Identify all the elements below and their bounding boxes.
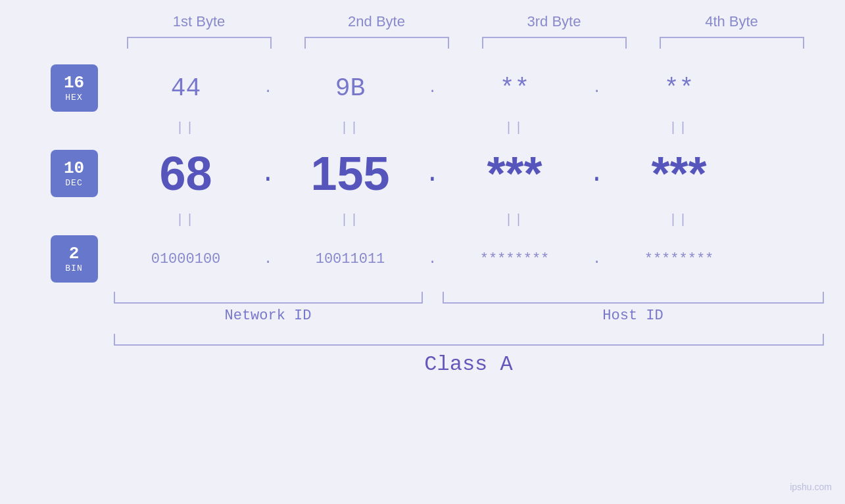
bin-badge-label: BIN <box>65 263 82 273</box>
eq2-cell-2: || <box>278 212 423 227</box>
eq-cell-4: || <box>607 120 752 135</box>
dec-cell-3: *** <box>443 147 587 200</box>
bin-val-1: 01000100 <box>151 251 221 267</box>
byte-header-4: 4th Byte <box>660 13 804 30</box>
hex-cell-2: 9B <box>278 74 423 103</box>
hex-badge-num: 16 <box>64 74 84 93</box>
hex-badge-label: HEX <box>65 93 82 103</box>
eq-cell-2: || <box>278 120 423 135</box>
byte-header-1: 1st Byte <box>127 13 272 30</box>
hex-badge-wrapper: 16 HEX <box>51 58 98 118</box>
dec-badge-num: 10 <box>64 159 84 178</box>
dec-badge-label: DEC <box>65 178 82 188</box>
hex-cell-1: 44 <box>114 74 258 103</box>
hex-val-4: ** <box>664 74 694 103</box>
watermark: ipshu.com <box>790 482 832 492</box>
data-column: 44 . 9B . ** . ** <box>114 58 824 377</box>
bracket-2 <box>304 37 449 49</box>
dec-badge: 10 DEC <box>51 150 98 197</box>
bin-badge-wrapper: 2 BIN <box>51 229 98 288</box>
main-layout: 16 HEX 10 DEC 2 BIN <box>35 58 824 377</box>
equals-row-2: || || || || <box>114 210 824 229</box>
bin-sep-2: . <box>423 251 443 267</box>
hex-val-1: 44 <box>171 74 201 103</box>
eq2-cell-3: || <box>443 212 587 227</box>
header-brackets <box>110 37 821 49</box>
network-bracket <box>114 292 423 304</box>
dec-data-row: 68 . 155 . *** . *** <box>114 137 824 210</box>
hex-val-3: ** <box>500 74 530 103</box>
dec-sep-3: . <box>587 160 607 188</box>
bin-val-4: ******** <box>644 251 714 267</box>
bin-val-2: 10011011 <box>316 251 385 267</box>
bin-cell-4: ******** <box>607 251 752 267</box>
bin-cell-2: 10011011 <box>278 251 423 267</box>
eq-cell-1: || <box>114 120 258 135</box>
dec-val-4: *** <box>651 147 706 200</box>
dec-sep-2: . <box>423 160 443 188</box>
eq-cell-3: || <box>443 120 587 135</box>
host-bracket <box>443 292 824 304</box>
dec-cell-4: *** <box>607 147 752 200</box>
dec-cell-2: 155 <box>278 147 423 200</box>
host-id-label: Host ID <box>443 308 824 324</box>
hex-data-row: 44 . 9B . ** . ** <box>114 58 824 118</box>
bracket-4 <box>660 37 804 49</box>
bin-cell-1: 01000100 <box>114 251 258 267</box>
class-bracket <box>114 334 824 346</box>
network-id-label: Network ID <box>114 308 423 324</box>
hex-cell-4: ** <box>607 74 752 103</box>
equals-row-1: || || || || <box>114 118 824 137</box>
dec-cell-1: 68 <box>114 147 258 200</box>
dec-val-2: 155 <box>310 147 389 200</box>
eq2-cell-4: || <box>607 212 752 227</box>
badges-column: 16 HEX 10 DEC 2 BIN <box>35 58 114 377</box>
bin-val-3: ******** <box>480 251 550 267</box>
dec-badge-wrapper: 10 DEC <box>51 137 98 210</box>
hex-sep-3: . <box>587 80 607 97</box>
bin-badge: 2 BIN <box>51 235 98 283</box>
bin-sep-3: . <box>587 251 607 267</box>
bracket-1 <box>127 37 272 49</box>
bin-cell-3: ******** <box>443 251 587 267</box>
hex-sep-2: . <box>423 80 443 97</box>
id-labels-row: Network ID Host ID <box>114 308 824 324</box>
bin-sep-1: . <box>258 251 278 267</box>
byte-header-3: 3rd Byte <box>482 13 627 30</box>
byte-header-2: 2nd Byte <box>304 13 449 30</box>
bin-data-row: 01000100 . 10011011 . ******** . <box>114 229 824 288</box>
byte-headers-row: 1st Byte 2nd Byte 3rd Byte 4th Byte <box>110 13 821 30</box>
main-container: 1st Byte 2nd Byte 3rd Byte 4th Byte 16 H… <box>0 0 845 504</box>
hex-val-2: 9B <box>335 74 366 103</box>
dec-sep-1: . <box>258 160 278 188</box>
hex-badge: 16 HEX <box>51 64 98 112</box>
bin-badge-num: 2 <box>69 244 80 263</box>
hex-sep-1: . <box>258 80 278 97</box>
class-label: Class A <box>114 352 824 377</box>
eq2-cell-1: || <box>114 212 258 227</box>
bracket-3 <box>482 37 627 49</box>
hex-cell-3: ** <box>443 74 587 103</box>
dec-val-3: *** <box>487 147 542 200</box>
dec-val-1: 68 <box>159 147 212 200</box>
network-host-brackets <box>114 292 824 304</box>
